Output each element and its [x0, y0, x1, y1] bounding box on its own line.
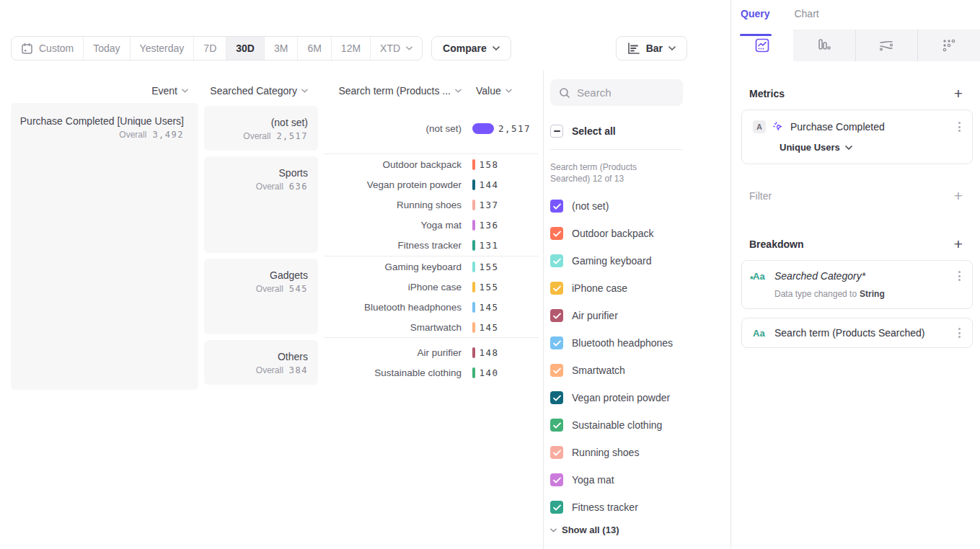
term-row[interactable]: Outdoor backpack158	[324, 155, 539, 175]
term-row[interactable]: Yoga mat136	[324, 215, 539, 236]
tab-chart[interactable]: Chart	[794, 8, 818, 30]
checkbox-running-shoes[interactable]	[550, 446, 563, 459]
add-filter-button[interactable]: +	[954, 188, 963, 203]
term-row[interactable]: Smartwatch145	[324, 317, 539, 337]
value-bar	[472, 159, 475, 170]
metric-aggregation-select[interactable]: Unique Users	[780, 142, 963, 153]
column-header-value[interactable]: Value	[462, 85, 539, 97]
checkbox-bluetooth-headphones[interactable]	[550, 336, 563, 349]
tab-query[interactable]: Query	[741, 8, 769, 30]
overall-label: Overall	[243, 131, 270, 141]
term-row[interactable]: Vegan protein powder144	[324, 175, 539, 195]
term-row[interactable]: Sustainable clothing140	[324, 363, 539, 383]
category-cell[interactable]: (not set)Overall2,517	[204, 106, 318, 151]
date-range-6m[interactable]: 6M	[297, 37, 330, 60]
value-cell: 140	[462, 367, 539, 378]
checkbox-sustainable-clothing[interactable]	[550, 419, 563, 432]
term-filter-item[interactable]: (not set)	[550, 192, 730, 220]
date-range-3m[interactable]: 3M	[264, 37, 297, 60]
compare-button[interactable]: Compare	[431, 36, 511, 61]
term-filter-item[interactable]: Outdoor backpack	[550, 220, 730, 247]
select-all-row[interactable]: Select all	[550, 125, 730, 138]
value-number: 155	[480, 282, 499, 293]
term-filter-item[interactable]: Sustainable clothing	[550, 411, 730, 439]
term-header-label: Search term (Products ...	[338, 85, 451, 97]
term-row[interactable]: Gaming keyboard155	[324, 256, 539, 277]
date-range-label: Custom	[39, 43, 74, 54]
term-row[interactable]: iPhone case155	[324, 277, 539, 297]
category-cell[interactable]: OthersOverall384	[204, 340, 318, 385]
subtitle-emphasis: String	[860, 289, 885, 299]
value-cell: 2,517	[462, 123, 539, 134]
date-range-custom[interactable]: Custom	[12, 37, 83, 60]
date-range-yesterday[interactable]: Yesterday	[130, 37, 194, 60]
term-row[interactable]: Fitness tracker131	[324, 236, 539, 256]
checkbox-fitness-tracker[interactable]	[550, 501, 563, 514]
term-row[interactable]: Air purifier148	[324, 343, 539, 363]
value-cell: 158	[462, 159, 539, 170]
date-range-30d[interactable]: 30D	[226, 37, 264, 60]
checkbox-gaming-keyboard[interactable]	[550, 254, 563, 267]
chart-type-select[interactable]: Bar	[616, 36, 687, 61]
tab-flows[interactable]	[855, 30, 918, 61]
overall-label: Overall	[119, 130, 146, 140]
bar-chart-table: Event Searched Category Search term (Pro…	[11, 85, 539, 390]
add-breakdown-button[interactable]: +	[954, 236, 963, 251]
term-filter-item[interactable]: iPhone case	[550, 274, 730, 302]
event-cell[interactable]: Purchase Completed [Unique Users] Overal…	[11, 103, 198, 390]
breakdown-card[interactable]: Aa*Searched Category*Data type changed t…	[741, 260, 973, 309]
kebab-menu-icon[interactable]	[955, 326, 963, 339]
query-panel: Query Chart Metrics + A Pur	[730, 0, 980, 549]
category-overall: Overall545	[204, 284, 308, 294]
checkbox-air-purifier[interactable]	[550, 309, 563, 322]
flows-icon	[878, 37, 895, 53]
show-all-toggle[interactable]: Show all (13)	[550, 525, 730, 535]
value-bar	[472, 220, 475, 231]
tab-retention[interactable]	[917, 30, 980, 61]
category-cell[interactable]: SportsOverall636	[204, 156, 318, 253]
value-number: 148	[480, 347, 499, 358]
term-row[interactable]: Bluetooth headphones145	[324, 297, 539, 317]
column-header-event[interactable]: Event	[11, 85, 198, 97]
term-filter-item[interactable]: Fitness tracker	[550, 494, 730, 521]
term-row[interactable]: (not set)2,517	[324, 118, 539, 138]
term-filter-item[interactable]: Gaming keyboard	[550, 247, 730, 274]
category-cell[interactable]: GadgetsOverall545	[204, 259, 318, 334]
kebab-menu-icon[interactable]	[955, 269, 963, 282]
value-bar	[472, 200, 475, 210]
date-range-7d[interactable]: 7D	[193, 37, 226, 60]
search-box[interactable]	[550, 79, 683, 106]
string-property-icon: Aa*	[753, 271, 766, 282]
date-range-today[interactable]: Today	[83, 37, 129, 60]
kebab-menu-icon[interactable]	[955, 120, 963, 133]
term-row[interactable]: Running shoes137	[324, 195, 539, 215]
column-header-term[interactable]: Search term (Products ...	[324, 85, 462, 97]
value-number: 155	[480, 262, 499, 272]
add-metric-button[interactable]: +	[954, 86, 963, 101]
query-panel-tabs: Query Chart	[731, 0, 980, 30]
term-filter-item[interactable]: Air purifier	[550, 302, 730, 329]
term-filter-item[interactable]: Yoga mat	[550, 466, 730, 494]
tab-funnels[interactable]	[793, 30, 855, 61]
term-filter-item[interactable]: Vegan protein powder	[550, 384, 730, 411]
search-input[interactable]	[577, 86, 671, 99]
metric-card[interactable]: A Purchase Completed Unique Users	[741, 110, 973, 164]
term-filter-item[interactable]: Bluetooth headphones	[550, 329, 730, 357]
column-header-category[interactable]: Searched Category	[204, 85, 318, 97]
checkbox-smartwatch[interactable]	[550, 364, 563, 377]
breakdown-list: Aa*Searched Category*Data type changed t…	[731, 260, 980, 348]
term-filter-item[interactable]: Smartwatch	[550, 357, 730, 384]
date-range-12m[interactable]: 12M	[331, 37, 370, 60]
checkbox-not-set[interactable]	[550, 200, 563, 213]
term-filter-item[interactable]: Running shoes	[550, 439, 730, 466]
select-all-checkbox[interactable]	[550, 125, 563, 138]
checkbox-vegan-protein-powder[interactable]	[550, 391, 563, 404]
overall-value: 384	[289, 365, 308, 375]
checkbox-yoga-mat[interactable]	[550, 473, 563, 486]
value-number: 145	[480, 302, 499, 313]
breakdown-card[interactable]: AaSearch term (Products Searched)	[741, 318, 973, 348]
checkbox-iphone-case[interactable]	[550, 282, 563, 295]
date-range-xtd[interactable]: XTD	[370, 37, 422, 60]
checkbox-outdoor-backpack[interactable]	[550, 227, 563, 240]
value-bar	[472, 347, 475, 358]
